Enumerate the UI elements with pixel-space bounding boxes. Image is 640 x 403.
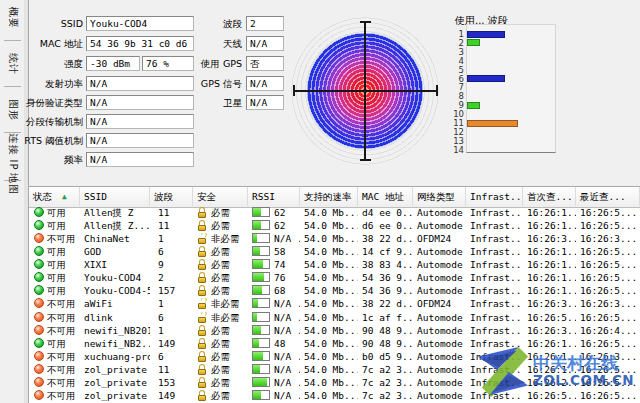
table-row[interactable]: 可用Allen摸 Z11必需6254.0 Mb...d4 ee 0...Auto… <box>29 207 640 220</box>
field-band[interactable]: 2 <box>246 16 284 31</box>
status-unavailable-icon <box>34 298 44 308</box>
rssi-cell: 62 <box>248 207 300 220</box>
table-row[interactable]: 不可用zol_private11必需N/A ...54.0 Mb...7c a2… <box>29 364 640 377</box>
field-antenna[interactable]: N/A <box>246 36 284 51</box>
signal-meter-icon <box>252 259 270 269</box>
sidebar-tab-map[interactable]: 地图 <box>2 173 24 195</box>
field-rts-threshold[interactable]: N/A <box>86 133 194 148</box>
rssi-cell: 74 <box>248 259 300 272</box>
radar-axis-cap-left <box>293 85 295 96</box>
field-fragmentation[interactable]: N/A <box>86 114 194 129</box>
field-label-band: 波段 <box>166 18 242 31</box>
last-seen-cell: 16:26:5... <box>576 338 640 351</box>
mac-cell: 90 48 9... <box>358 325 413 338</box>
table-row[interactable]: 不可用ChinaNet1非必需N/A ...54.0 Mb...38 22 d.… <box>29 233 640 246</box>
rssi-cell: N/A ... <box>248 298 300 311</box>
rate-cell: 54.0 Mb... <box>300 377 358 390</box>
column-header-3[interactable]: 波段 <box>150 187 193 206</box>
table-row[interactable]: 不可用dlink6非必需N/A ...54.0 Mb...1c af f...A… <box>29 312 640 325</box>
table-row[interactable]: 不可用xuchuang-pro6必需N/A ...54.0 Mb...b0 d5… <box>29 351 640 364</box>
infrastructure-cell: Infrast... <box>466 272 523 285</box>
table-row[interactable]: 不可用newifi_NB2011必需N/A ...54.0 Mb...90 48… <box>29 325 640 338</box>
lock-closed-icon <box>197 259 207 270</box>
table-row[interactable]: 可用Youku-COD4-5G157必需6854.0 Mb...54 36 9.… <box>29 285 640 298</box>
band-cell: 6 <box>150 246 193 259</box>
ssid-cell: dlink <box>80 312 150 325</box>
table-row[interactable]: 可用Allen摸 Z...11必需6254.0 Mb...d6 ee 0...A… <box>29 220 640 233</box>
field-label-antenna: 天线 <box>166 38 242 51</box>
field-label-ssid: SSID <box>18 18 83 29</box>
field-label-frequency: 频率 <box>18 154 83 167</box>
table-row[interactable]: 不可用zol_private149必需N/A ...54.0 Mb...7c a… <box>29 390 640 403</box>
status-cell: 可用 <box>29 246 80 259</box>
rate-cell: 54.0 Mb... <box>300 259 358 272</box>
rssi-cell: 48 <box>248 338 300 351</box>
nettype-cell: Automode <box>413 220 466 233</box>
field-strength[interactable]: -30 dBm <box>86 56 140 71</box>
channel-bar-11 <box>467 120 518 127</box>
last-seen-cell: 16:26:5... <box>576 364 640 377</box>
signal-meter-icon <box>252 377 270 387</box>
status-unavailable-icon <box>34 325 44 335</box>
table-row[interactable]: 可用XIXI9必需7454.0 Mb...38 83 4...AutomodeI… <box>29 259 640 272</box>
field-use-gps[interactable]: 否 <box>246 56 284 71</box>
first-seen-cell: 16:26:1... <box>523 351 576 364</box>
mac-cell: b0 d5 9... <box>358 351 413 364</box>
column-header-6[interactable]: 支持的速率 <box>300 187 358 206</box>
column-header-11[interactable]: 最近查... <box>576 187 640 206</box>
column-header-10[interactable]: 首次查... <box>523 187 576 206</box>
infrastructure-cell: Infrast... <box>466 259 523 272</box>
table-row[interactable]: 可用newifi_NB2...149必需4854.0 Mb...90 48 9.… <box>29 338 640 351</box>
status-cell: 不可用 <box>29 390 80 403</box>
first-seen-cell: 16:26:3... <box>523 233 576 246</box>
lock-closed-icon <box>197 207 207 218</box>
infrastructure-cell: Infrast... <box>466 364 523 377</box>
table-row[interactable]: 不可用aWiFi1非必需N/A ...54.0 Mb...38 22 d...O… <box>29 298 640 311</box>
band-cell: 157 <box>150 285 193 298</box>
last-seen-cell: 16:26:5... <box>576 220 640 233</box>
column-header-9[interactable]: Infrast... <box>466 187 523 206</box>
table-row[interactable]: 可用GOD6必需5854.0 Mb...14 cf 9...AutomodeIn… <box>29 246 640 259</box>
ssid-cell: Youku-COD4-5G <box>80 285 150 298</box>
band-cell: 1 <box>150 325 193 338</box>
rssi-cell: N/A ... <box>248 233 300 246</box>
status-unavailable-icon <box>34 233 44 243</box>
lock-open-icon <box>197 312 207 323</box>
nettype-cell: Automode <box>413 377 466 390</box>
lock-closed-icon <box>197 364 207 375</box>
table-row[interactable]: 可用Youku-COD42必需7654.0 Mb...54 36 9...Aut… <box>29 272 640 285</box>
last-seen-cell: 16:26:4... <box>576 325 640 338</box>
status-available-icon <box>34 246 44 256</box>
first-seen-cell: 16:26:2... <box>523 377 576 390</box>
column-header-4[interactable]: 安全 <box>193 187 248 206</box>
field-frequency[interactable]: N/A <box>86 152 194 167</box>
rate-cell: 54.0 Mb... <box>300 298 358 311</box>
rssi-cell: 68 <box>248 285 300 298</box>
column-header-5[interactable]: RSSI <box>248 187 300 206</box>
column-header-1[interactable]: 状态▲ <box>29 187 80 206</box>
lock-closed-icon <box>197 272 207 283</box>
rssi-cell: N/A ... <box>248 390 300 403</box>
band-cell: 6 <box>150 312 193 325</box>
field-label-tx-power: 发射功率 <box>18 78 83 91</box>
field-gps-signal[interactable]: N/A <box>246 76 284 91</box>
column-header-7[interactable]: MAC 地址 <box>358 187 413 206</box>
radar-horizontal-axis <box>295 90 437 92</box>
signal-meter-icon <box>252 285 270 295</box>
nettype-cell: Automode <box>413 207 466 220</box>
field-satellites[interactable]: N/A <box>246 95 284 110</box>
nettype-cell: Automode <box>413 272 466 285</box>
column-header-8[interactable]: 网络类型 <box>413 187 466 206</box>
table-row[interactable]: 不可用zol_private153必需N/A ...54.0 Mb...7c a… <box>29 377 640 390</box>
security-cell: 必需 <box>193 220 248 233</box>
infrastructure-cell: Infrast... <box>466 338 523 351</box>
status-cell: 不可用 <box>29 312 80 325</box>
security-cell: 必需 <box>193 246 248 259</box>
column-header-2[interactable]: SSID <box>80 187 150 206</box>
first-seen-cell: 16:26:1... <box>523 285 576 298</box>
status-cell: 可用 <box>29 272 80 285</box>
radar-axis-cap-right <box>436 85 438 96</box>
status-unavailable-icon <box>34 312 44 322</box>
radar-axis-cap-top <box>360 21 371 23</box>
infrastructure-cell: Infrast... <box>466 298 523 311</box>
